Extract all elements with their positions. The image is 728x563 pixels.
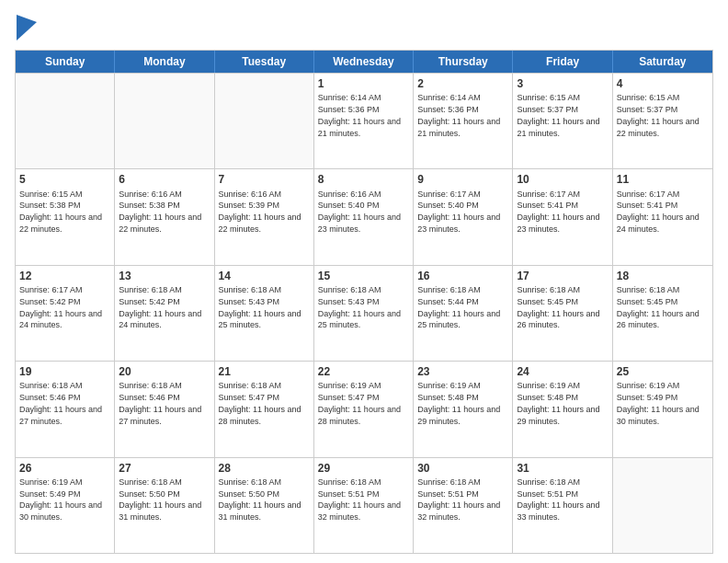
cell-info: Sunrise: 6:18 AM Sunset: 5:51 PM Dayligh… [417,477,503,522]
calendar-cell: 25Sunrise: 6:19 AM Sunset: 5:49 PM Dayli… [613,362,712,456]
day-number: 6 [119,172,210,187]
calendar-cell: 13Sunrise: 6:18 AM Sunset: 5:42 PM Dayli… [115,266,214,361]
calendar-cell: 28Sunrise: 6:18 AM Sunset: 5:50 PM Dayli… [215,458,314,553]
cell-info: Sunrise: 6:15 AM Sunset: 5:37 PM Dayligh… [617,93,702,137]
calendar-cell: 27Sunrise: 6:18 AM Sunset: 5:50 PM Dayli… [115,458,214,553]
calendar-body: 1Sunrise: 6:14 AM Sunset: 5:36 PM Daylig… [16,73,712,553]
calendar-row-0: 1Sunrise: 6:14 AM Sunset: 5:36 PM Daylig… [16,73,712,168]
logo-icon [17,15,37,40]
day-number: 5 [19,172,110,187]
day-number: 3 [517,76,608,91]
day-number: 30 [417,461,508,476]
cell-info: Sunrise: 6:16 AM Sunset: 5:40 PM Dayligh… [318,190,404,234]
calendar-cell: 8Sunrise: 6:16 AM Sunset: 5:40 PM Daylig… [314,169,414,264]
day-number: 8 [318,172,409,187]
cell-info: Sunrise: 6:19 AM Sunset: 5:49 PM Dayligh… [19,477,105,522]
day-number: 17 [517,269,608,283]
calendar-cell: 21Sunrise: 6:18 AM Sunset: 5:47 PM Dayli… [215,362,314,456]
day-number: 19 [19,364,110,379]
calendar-header: SundayMondayTuesdayWednesdayThursdayFrid… [16,51,712,73]
day-number: 24 [517,364,608,379]
cell-info: Sunrise: 6:17 AM Sunset: 5:40 PM Dayligh… [417,190,503,234]
calendar-cell: 19Sunrise: 6:18 AM Sunset: 5:46 PM Dayli… [16,362,115,456]
calendar-cell: 7Sunrise: 6:16 AM Sunset: 5:39 PM Daylig… [215,169,314,264]
cell-info: Sunrise: 6:18 AM Sunset: 5:43 PM Dayligh… [219,285,304,329]
svg-marker-0 [17,15,37,40]
cell-info: Sunrise: 6:18 AM Sunset: 5:42 PM Dayligh… [119,285,204,329]
calendar-cell: 15Sunrise: 6:18 AM Sunset: 5:43 PM Dayli… [314,266,414,361]
day-number: 31 [517,461,608,476]
day-number: 27 [119,461,210,476]
header-day-tuesday: Tuesday [215,51,314,73]
cell-info: Sunrise: 6:18 AM Sunset: 5:50 PM Dayligh… [219,477,304,522]
cell-info: Sunrise: 6:14 AM Sunset: 5:36 PM Dayligh… [318,93,404,137]
calendar-cell: 20Sunrise: 6:18 AM Sunset: 5:46 PM Dayli… [115,362,214,456]
cell-info: Sunrise: 6:18 AM Sunset: 5:51 PM Dayligh… [517,477,602,522]
calendar-cell: 10Sunrise: 6:17 AM Sunset: 5:41 PM Dayli… [513,169,612,264]
cell-info: Sunrise: 6:19 AM Sunset: 5:47 PM Dayligh… [318,381,404,425]
calendar-cell: 11Sunrise: 6:17 AM Sunset: 5:41 PM Dayli… [613,169,712,264]
cell-info: Sunrise: 6:17 AM Sunset: 5:42 PM Dayligh… [19,285,105,329]
cell-info: Sunrise: 6:15 AM Sunset: 5:37 PM Dayligh… [517,93,602,137]
cell-info: Sunrise: 6:16 AM Sunset: 5:39 PM Dayligh… [219,190,304,234]
day-number: 23 [417,364,508,379]
day-number: 9 [417,172,508,187]
header-day-sunday: Sunday [16,51,115,73]
calendar-row-1: 5Sunrise: 6:15 AM Sunset: 5:38 PM Daylig… [16,168,712,264]
day-number: 28 [219,461,310,476]
cell-info: Sunrise: 6:15 AM Sunset: 5:38 PM Dayligh… [19,190,105,234]
day-number: 22 [318,364,409,379]
cell-info: Sunrise: 6:17 AM Sunset: 5:41 PM Dayligh… [517,190,602,234]
page: SundayMondayTuesdayWednesdayThursdayFrid… [0,0,728,563]
cell-info: Sunrise: 6:19 AM Sunset: 5:48 PM Dayligh… [417,381,503,425]
calendar-cell: 14Sunrise: 6:18 AM Sunset: 5:43 PM Dayli… [215,266,314,361]
cell-info: Sunrise: 6:18 AM Sunset: 5:46 PM Dayligh… [119,381,204,425]
cell-info: Sunrise: 6:17 AM Sunset: 5:41 PM Dayligh… [617,190,702,234]
header [15,15,713,40]
day-number: 26 [19,461,110,476]
cell-info: Sunrise: 6:18 AM Sunset: 5:44 PM Dayligh… [417,285,503,329]
day-number: 29 [318,461,409,476]
calendar-row-4: 26Sunrise: 6:19 AM Sunset: 5:49 PM Dayli… [16,457,712,553]
day-number: 13 [119,269,210,283]
cell-info: Sunrise: 6:18 AM Sunset: 5:45 PM Dayligh… [617,285,702,329]
calendar-cell: 6Sunrise: 6:16 AM Sunset: 5:38 PM Daylig… [115,169,214,264]
day-number: 10 [517,172,608,187]
day-number: 1 [318,76,409,91]
cell-info: Sunrise: 6:18 AM Sunset: 5:51 PM Dayligh… [318,477,404,522]
day-number: 11 [617,172,709,187]
day-number: 7 [219,172,310,187]
calendar-cell: 29Sunrise: 6:18 AM Sunset: 5:51 PM Dayli… [314,458,414,553]
day-number: 4 [617,76,709,91]
header-day-saturday: Saturday [613,51,712,73]
calendar-cell: 12Sunrise: 6:17 AM Sunset: 5:42 PM Dayli… [16,266,115,361]
calendar-cell [115,74,214,168]
calendar-cell [215,74,314,168]
calendar-cell: 1Sunrise: 6:14 AM Sunset: 5:36 PM Daylig… [314,74,414,168]
calendar-cell: 17Sunrise: 6:18 AM Sunset: 5:45 PM Dayli… [513,266,612,361]
cell-info: Sunrise: 6:18 AM Sunset: 5:46 PM Dayligh… [19,381,105,425]
calendar-cell: 24Sunrise: 6:19 AM Sunset: 5:48 PM Dayli… [513,362,612,456]
calendar-cell: 31Sunrise: 6:18 AM Sunset: 5:51 PM Dayli… [513,458,612,553]
calendar-cell: 30Sunrise: 6:18 AM Sunset: 5:51 PM Dayli… [414,458,513,553]
cell-info: Sunrise: 6:18 AM Sunset: 5:47 PM Dayligh… [219,381,304,425]
day-number: 12 [19,269,110,283]
calendar-cell [16,74,115,168]
day-number: 15 [318,269,409,283]
calendar-cell: 9Sunrise: 6:17 AM Sunset: 5:40 PM Daylig… [414,169,513,264]
day-number: 2 [417,76,508,91]
cell-info: Sunrise: 6:18 AM Sunset: 5:45 PM Dayligh… [517,285,602,329]
header-day-thursday: Thursday [414,51,513,73]
calendar-cell: 18Sunrise: 6:18 AM Sunset: 5:45 PM Dayli… [613,266,712,361]
calendar-cell: 4Sunrise: 6:15 AM Sunset: 5:37 PM Daylig… [613,74,712,168]
calendar-cell [613,458,712,553]
cell-info: Sunrise: 6:18 AM Sunset: 5:50 PM Dayligh… [119,477,204,522]
cell-info: Sunrise: 6:16 AM Sunset: 5:38 PM Dayligh… [119,190,204,234]
header-day-monday: Monday [115,51,214,73]
calendar-cell: 3Sunrise: 6:15 AM Sunset: 5:37 PM Daylig… [513,74,612,168]
calendar-cell: 5Sunrise: 6:15 AM Sunset: 5:38 PM Daylig… [16,169,115,264]
cell-info: Sunrise: 6:18 AM Sunset: 5:43 PM Dayligh… [318,285,404,329]
calendar-row-3: 19Sunrise: 6:18 AM Sunset: 5:46 PM Dayli… [16,361,712,456]
cell-info: Sunrise: 6:19 AM Sunset: 5:49 PM Dayligh… [617,381,702,425]
calendar-cell: 2Sunrise: 6:14 AM Sunset: 5:36 PM Daylig… [414,74,513,168]
